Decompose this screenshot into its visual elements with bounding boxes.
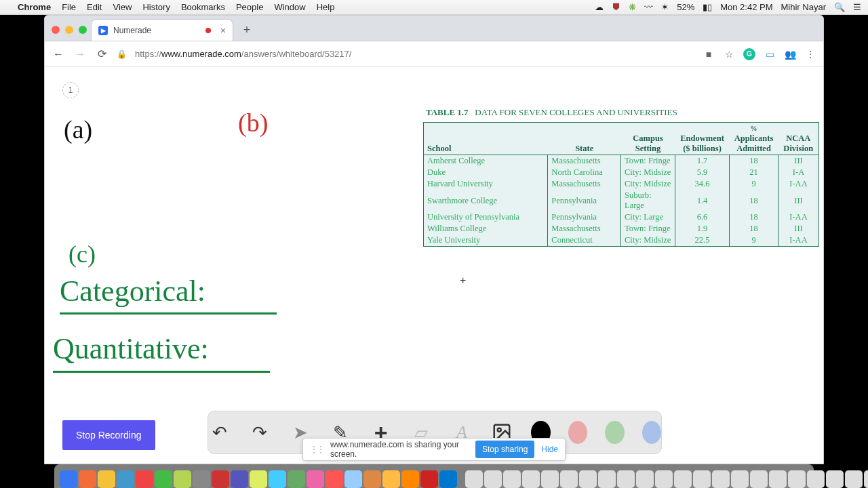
dock-app-icon[interactable] — [382, 470, 400, 488]
hide-sharebar-button[interactable]: Hide — [541, 445, 558, 454]
dock-minimized-window[interactable] — [503, 470, 521, 488]
menu-help[interactable]: Help — [317, 2, 335, 12]
dock-minimized-window[interactable] — [864, 470, 868, 488]
stop-recording-button[interactable]: Stop Recording — [62, 420, 155, 450]
star-icon[interactable]: ☆ — [723, 48, 735, 60]
dock-minimized-window[interactable] — [541, 470, 559, 488]
dock-minimized-window[interactable] — [750, 470, 768, 488]
chrome-window: ▶ Numerade × + ← → ⟳ 🔒 https://www.numer… — [44, 15, 824, 464]
dock-minimized-window[interactable] — [712, 470, 730, 488]
chrome-menu-button[interactable]: ⋮ — [804, 48, 816, 60]
dock-app-icon[interactable] — [174, 470, 191, 488]
dock-minimized-window[interactable] — [636, 470, 654, 488]
dock-minimized-window[interactable] — [693, 470, 711, 488]
annotation-a: (a) — [64, 115, 92, 144]
browser-tab[interactable]: ▶ Numerade × — [91, 19, 233, 41]
whiteboard-canvas[interactable]: 1 (a) (b) (c) Categorical: Quantitative:… — [45, 67, 823, 464]
dock-minimized-window[interactable] — [845, 470, 863, 488]
user-name[interactable]: Mihir Nayar — [781, 2, 826, 12]
url-scheme: https:// — [135, 49, 161, 59]
dock-app-icon[interactable] — [307, 470, 324, 488]
shield-icon[interactable]: ⛊ — [612, 2, 620, 12]
menu-edit[interactable]: Edit — [87, 2, 102, 12]
dock-app-icon[interactable] — [439, 470, 457, 488]
redo-button[interactable]: ↷ — [248, 419, 271, 446]
dock-app-icon[interactable] — [288, 470, 305, 488]
menu-window[interactable]: Window — [274, 2, 305, 12]
dock-minimized-window[interactable] — [484, 470, 502, 488]
wifi-icon[interactable]: ✶ — [661, 2, 669, 12]
stop-sharing-button[interactable]: Stop sharing — [475, 441, 534, 458]
dock-minimized-window[interactable] — [560, 470, 578, 488]
dock-app-icon[interactable] — [250, 470, 267, 488]
grammarly-extension-icon[interactable]: G — [743, 48, 755, 60]
dock-minimized-window[interactable] — [807, 470, 825, 488]
forward-button[interactable]: → — [73, 48, 87, 60]
spotlight-icon[interactable]: 🔍 — [834, 2, 845, 12]
drag-handle-icon[interactable]: ⋮⋮ — [310, 445, 323, 454]
window-close-button[interactable] — [52, 26, 60, 34]
menu-view[interactable]: View — [113, 2, 132, 12]
menu-history[interactable]: History — [142, 2, 170, 12]
dock-app-icon[interactable] — [79, 470, 96, 488]
address-bar[interactable]: https://www.numerade.com/answers/whitebo… — [135, 49, 694, 59]
dock-app-icon[interactable] — [363, 470, 381, 488]
dock-app-icon[interactable] — [269, 470, 286, 488]
dock-app-icon[interactable] — [136, 470, 153, 488]
data-table: TABLE 1.7 DATA FOR SEVEN COLLEGES AND UN… — [423, 104, 819, 247]
dock-minimized-window[interactable] — [465, 470, 483, 488]
tab-close-button[interactable]: × — [220, 26, 226, 35]
lock-icon[interactable]: 🔒 — [117, 49, 127, 59]
dock-app-icon[interactable] — [193, 470, 210, 488]
table-row: Williams CollegeMassachusettsTown: Fring… — [424, 223, 819, 235]
leaf-icon[interactable]: ❋ — [629, 2, 636, 12]
macos-dock[interactable] — [54, 464, 814, 488]
squiggle-icon[interactable]: 〰 — [644, 2, 653, 12]
reload-button[interactable]: ⟳ — [95, 47, 108, 60]
dock-minimized-window[interactable] — [826, 470, 844, 488]
dock-app-icon[interactable] — [231, 470, 248, 488]
dock-minimized-window[interactable] — [522, 470, 540, 488]
clock[interactable]: Mon 2:42 PM — [720, 2, 772, 12]
color-red-button[interactable] — [568, 421, 587, 444]
dock-app-icon[interactable] — [98, 470, 115, 488]
dock-app-icon[interactable] — [344, 470, 362, 488]
battery-text: 52% — [677, 2, 694, 12]
undo-button[interactable]: ↶ — [208, 419, 231, 446]
dock-minimized-window[interactable] — [655, 470, 673, 488]
dock-minimized-window[interactable] — [769, 470, 787, 488]
screen-share-bar[interactable]: ⋮⋮ www.numerade.com is sharing your scre… — [302, 438, 566, 461]
color-green-button[interactable] — [605, 421, 624, 444]
slide-number-badge[interactable]: 1 — [62, 82, 79, 98]
back-button[interactable]: ← — [52, 48, 65, 60]
dock-minimized-window[interactable] — [617, 470, 635, 488]
dock-app-icon[interactable] — [401, 470, 419, 488]
dock-minimized-window[interactable] — [788, 470, 806, 488]
dock-minimized-window[interactable] — [731, 470, 749, 488]
dock-app-icon[interactable] — [420, 470, 438, 488]
battery-icon[interactable]: ▮▯ — [703, 2, 712, 12]
dock-minimized-window[interactable] — [674, 470, 692, 488]
dock-app-icon[interactable] — [212, 470, 229, 488]
camera-icon[interactable]: ■ — [703, 48, 715, 60]
menu-file[interactable]: File — [62, 2, 76, 12]
window-maximize-button[interactable] — [79, 26, 87, 34]
dock-minimized-window[interactable] — [598, 470, 616, 488]
menu-people[interactable]: People — [236, 2, 263, 12]
profile-avatar-icon[interactable]: 👥 — [784, 48, 796, 60]
dock-minimized-window[interactable] — [579, 470, 597, 488]
col-school: School — [424, 123, 548, 155]
dock-app-icon[interactable] — [117, 470, 134, 488]
menu-bookmarks[interactable]: Bookmarks — [181, 2, 225, 12]
new-tab-button[interactable]: + — [237, 20, 256, 39]
cloud-icon[interactable]: ☁︎ — [595, 2, 604, 12]
dock-app-icon[interactable] — [326, 470, 343, 488]
window-minimize-button[interactable] — [65, 26, 73, 34]
color-blue-button[interactable] — [642, 421, 661, 444]
app-name[interactable]: Chrome — [18, 2, 51, 12]
annotation-quantitative: Quantitative: — [53, 331, 209, 367]
dock-app-icon[interactable] — [155, 470, 172, 488]
cast-icon[interactable]: ▭ — [764, 48, 776, 60]
control-center-icon[interactable]: ☰ — [853, 2, 861, 12]
dock-app-icon[interactable] — [60, 470, 77, 488]
